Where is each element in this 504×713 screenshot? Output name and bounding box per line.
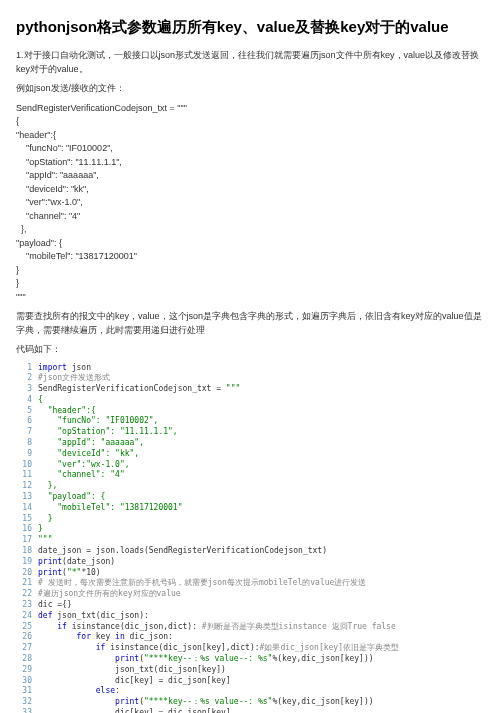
code-text: print("****key--：%s value--: %s"%(key,di… <box>38 654 374 665</box>
paragraph-explain: 需要查找所有的报文中的key，value，这个json是字典包含字典的形式，如遍… <box>16 310 488 337</box>
code-line: 30 dic[key] = dic_json[key] <box>16 676 488 687</box>
line-number: 5 <box>16 406 38 417</box>
code-line: 19print(date_json) <box>16 557 488 568</box>
code-text: json_txt(dic_json[key]) <box>38 665 226 676</box>
code-text: print("*"*10) <box>38 568 101 579</box>
line-number: 7 <box>16 427 38 438</box>
line-number: 32 <box>16 697 38 708</box>
line-number: 1 <box>16 363 38 374</box>
line-number: 10 <box>16 460 38 471</box>
code-text: for key in dic_json: <box>38 632 173 643</box>
line-number: 15 <box>16 514 38 525</box>
code-line: 33 dic[key] = dic_json[key] <box>16 708 488 713</box>
code-text: "funcNo": "IF010002", <box>38 416 158 427</box>
line-number: 25 <box>16 622 38 633</box>
code-text: "ver":"wx-1.0", <box>38 460 130 471</box>
line-number: 26 <box>16 632 38 643</box>
code-text: # 发送时，每次需要注意新的⼿机号码，就需要json每次提示mobileTel的… <box>38 578 366 589</box>
code-line: 1import json <box>16 363 488 374</box>
code-text: else: <box>38 686 120 697</box>
line-number: 8 <box>16 438 38 449</box>
code-text: SendRegisterVerificationCodejson_txt = "… <box>38 384 240 395</box>
code-line: 23dic ={} <box>16 600 488 611</box>
code-line: 6 "funcNo": "IF010002", <box>16 416 488 427</box>
line-number: 4 <box>16 395 38 406</box>
code-line: 20print("*"*10) <box>16 568 488 579</box>
code-text: { <box>38 395 43 406</box>
line-number: 22 <box>16 589 38 600</box>
code-line: 18date_json = json.loads(SendRegisterVer… <box>16 546 488 557</box>
code-text: #json文件发送形式 <box>38 373 110 384</box>
code-text: def json_txt(dic_json): <box>38 611 149 622</box>
code-line: 12 }, <box>16 481 488 492</box>
line-number: 2 <box>16 373 38 384</box>
line-number: 30 <box>16 676 38 687</box>
code-text: } <box>38 514 52 525</box>
line-number: 24 <box>16 611 38 622</box>
code-line: 15 } <box>16 514 488 525</box>
code-line: 26 for key in dic_json: <box>16 632 488 643</box>
code-line: 32 print("****key--：%s value--: %s"%(key… <box>16 697 488 708</box>
paragraph-intro: 1.对于接口自动化测试，一般接口以json形式发送返回，往往我们就需要遍历jso… <box>16 49 488 76</box>
code-text: dic[key] = dic_json[key] <box>38 708 231 713</box>
line-number: 28 <box>16 654 38 665</box>
code-line: 4{ <box>16 395 488 406</box>
code-text: if isinstance(dic_json[key],dict):#如果dic… <box>38 643 399 654</box>
code-text: #遍历json⽂件所有的key对应的value <box>38 589 181 600</box>
code-line: 3SendRegisterVerificationCodejson_txt = … <box>16 384 488 395</box>
line-number: 20 <box>16 568 38 579</box>
code-text: "header":{ <box>38 406 96 417</box>
line-number: 16 <box>16 524 38 535</box>
code-line: 11 "channel": "4" <box>16 470 488 481</box>
code-text: import json <box>38 363 91 374</box>
code-line: 31 else: <box>16 686 488 697</box>
line-number: 19 <box>16 557 38 568</box>
line-number: 27 <box>16 643 38 654</box>
line-number: 12 <box>16 481 38 492</box>
line-number: 31 <box>16 686 38 697</box>
code-text: "deviceId": "kk", <box>38 449 139 460</box>
line-number: 14 <box>16 503 38 514</box>
line-number: 9 <box>16 449 38 460</box>
code-text: dic[key] = dic_json[key] <box>38 676 231 687</box>
code-text: "appId": "aaaaaa", <box>38 438 144 449</box>
code-line: 17""" <box>16 535 488 546</box>
line-number: 6 <box>16 416 38 427</box>
line-number: 23 <box>16 600 38 611</box>
line-number: 3 <box>16 384 38 395</box>
code-text: if isinstance(dic_json,dict): #判断是否是字典类型… <box>38 622 396 633</box>
code-text: }, <box>38 481 57 492</box>
line-number: 17 <box>16 535 38 546</box>
code-line: 5 "header":{ <box>16 406 488 417</box>
line-number: 18 <box>16 546 38 557</box>
code-line: 14 "mobileTel": "13817120001" <box>16 503 488 514</box>
code-text: """ <box>38 535 52 546</box>
code-text: "mobileTel": "13817120001" <box>38 503 183 514</box>
json-sample-block: SendRegisterVerificationCodejson_txt = "… <box>16 102 488 305</box>
code-block: 1import json2#json文件发送形式3SendRegisterVer… <box>16 363 488 714</box>
code-line: 24def json_txt(dic_json): <box>16 611 488 622</box>
code-text: "channel": "4" <box>38 470 125 481</box>
code-text: date_json = json.loads(SendRegisterVerif… <box>38 546 327 557</box>
code-line: 16} <box>16 524 488 535</box>
paragraph-example-label: 例如json发送/接收的文件： <box>16 82 488 96</box>
line-number: 29 <box>16 665 38 676</box>
code-text: dic ={} <box>38 600 72 611</box>
code-line: 25 if isinstance(dic_json,dict): #判断是否是字… <box>16 622 488 633</box>
code-line: 2#json文件发送形式 <box>16 373 488 384</box>
code-line: 10 "ver":"wx-1.0", <box>16 460 488 471</box>
line-number: 21 <box>16 578 38 589</box>
code-text: "opStation": "11.11.1.1", <box>38 427 178 438</box>
code-line: 29 json_txt(dic_json[key]) <box>16 665 488 676</box>
line-number: 11 <box>16 470 38 481</box>
code-line: 27 if isinstance(dic_json[key],dict):#如果… <box>16 643 488 654</box>
code-line: 9 "deviceId": "kk", <box>16 449 488 460</box>
code-text: print("****key--：%s value--: %s"%(key,di… <box>38 697 374 708</box>
line-number: 33 <box>16 708 38 713</box>
code-line: 13 "payload": { <box>16 492 488 503</box>
code-line: 21# 发送时，每次需要注意新的⼿机号码，就需要json每次提示mobileTe… <box>16 578 488 589</box>
code-text: print(date_json) <box>38 557 115 568</box>
code-line: 28 print("****key--：%s value--: %s"%(key… <box>16 654 488 665</box>
code-line: 22#遍历json⽂件所有的key对应的value <box>16 589 488 600</box>
code-text: "payload": { <box>38 492 105 503</box>
